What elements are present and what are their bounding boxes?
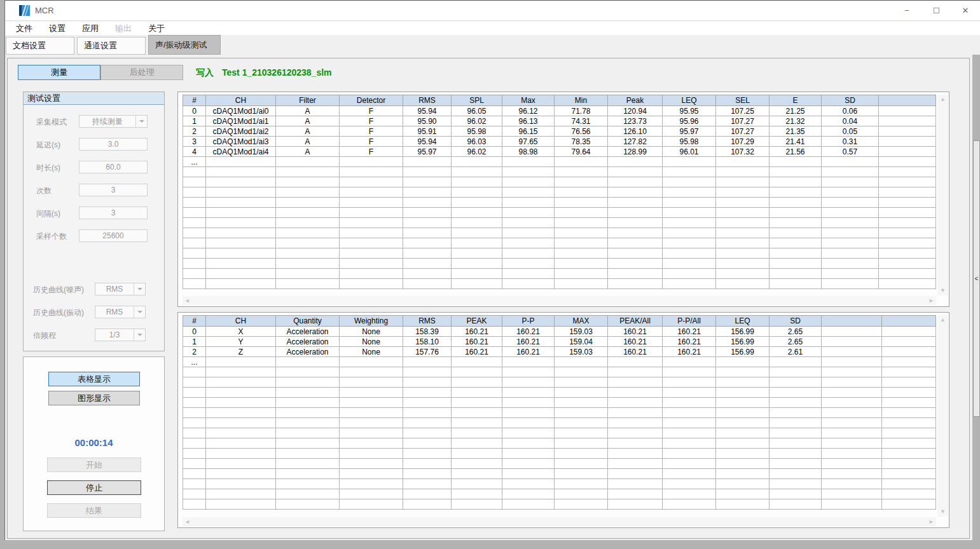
table-cell xyxy=(716,357,770,367)
table-cell xyxy=(403,388,452,398)
table-cell xyxy=(183,377,206,388)
sample-count-input[interactable]: 25600 xyxy=(79,229,148,242)
post-process-tab-button[interactable]: 后处理 xyxy=(100,65,183,80)
menu-application[interactable]: 应用 xyxy=(74,23,107,34)
table-more-row[interactable]: ... xyxy=(183,157,936,167)
tab-sound-vibration-test[interactable]: 声/振动级测试 xyxy=(148,35,221,55)
scroll-right-icon[interactable]: ► xyxy=(927,296,936,306)
table-cell xyxy=(663,438,716,449)
column-header: SPL xyxy=(452,95,502,106)
panel-collapse-handle[interactable]: < xyxy=(973,140,980,417)
table-cell: 78.35 xyxy=(555,137,608,147)
table-row[interactable]: 0XAccelerationNone158.39160.21160.21159.… xyxy=(183,327,936,337)
chevron-down-icon[interactable] xyxy=(135,116,147,127)
table-row[interactable]: 1YAccelerationNone158.10160.21160.21159.… xyxy=(183,337,936,347)
table-cell xyxy=(879,147,936,157)
table-cell xyxy=(663,208,716,218)
table-cell xyxy=(206,499,276,510)
table-display-button[interactable]: 表格显示 xyxy=(48,372,140,386)
measure-tab-button[interactable]: 测量 xyxy=(18,65,100,80)
table-cell xyxy=(882,418,936,428)
delay-input[interactable]: 3.0 xyxy=(79,138,148,151)
scroll-down-icon[interactable]: ▼ xyxy=(938,507,948,517)
table-cell xyxy=(822,327,882,337)
table-cell xyxy=(555,428,608,438)
table-cell xyxy=(879,208,936,218)
duration-input[interactable]: 60.0 xyxy=(79,161,148,173)
maximize-button[interactable] xyxy=(921,1,951,20)
table-cell xyxy=(403,357,452,367)
scroll-left-icon[interactable]: ◄ xyxy=(183,517,192,527)
table-cell xyxy=(206,489,276,499)
table-cell xyxy=(206,167,276,177)
table-cell xyxy=(502,459,555,469)
table-cell xyxy=(502,367,555,377)
scroll-left-icon[interactable]: ◄ xyxy=(183,296,192,306)
table-cell xyxy=(206,208,276,218)
scroll-down-icon[interactable]: ▼ xyxy=(938,286,948,295)
table-cell: 0.31 xyxy=(822,137,879,147)
table-row[interactable]: 2ZAccelerationNone157.76160.21160.21159.… xyxy=(183,347,936,357)
sound-table-vscrollbar[interactable]: ▲ ▼ xyxy=(937,95,948,295)
interval-input[interactable]: 3 xyxy=(79,207,148,219)
acquisition-mode-dropdown[interactable]: 持续测量 xyxy=(79,115,148,128)
chevron-down-icon[interactable] xyxy=(134,329,145,341)
octave-dropdown[interactable]: 1/3 xyxy=(95,329,146,341)
scroll-right-icon[interactable]: ► xyxy=(927,517,936,527)
table-cell xyxy=(663,269,716,279)
result-button[interactable]: 结果 xyxy=(47,503,141,518)
menu-file[interactable]: 文件 xyxy=(8,23,41,34)
start-button[interactable]: 开始 xyxy=(47,458,141,472)
table-cell xyxy=(403,279,452,289)
stop-button[interactable]: 停止 xyxy=(47,480,141,495)
table-cell xyxy=(276,208,340,218)
table-cell xyxy=(716,248,770,259)
sound-table-hscrollbar[interactable]: ◄ ► xyxy=(183,296,936,305)
chevron-down-icon[interactable] xyxy=(134,306,145,318)
table-more-row[interactable]: ... xyxy=(183,357,936,367)
table-row[interactable]: 3cDAQ1Mod1/ai3AF95.9496.0397.6578.35127.… xyxy=(183,137,936,147)
table-cell: 95.91 xyxy=(403,126,452,137)
history-curve-noise-dropdown[interactable]: RMS xyxy=(95,283,146,295)
graph-display-button[interactable]: 图形显示 xyxy=(48,391,140,405)
table-cell: ... xyxy=(183,157,206,167)
table-empty-row xyxy=(183,459,936,469)
table-cell xyxy=(452,459,502,469)
history-curve-vibration-dropdown[interactable]: RMS xyxy=(95,306,146,318)
table-cell xyxy=(663,499,716,510)
table-cell xyxy=(663,479,716,489)
vibration-table-hscrollbar[interactable]: ◄ ► xyxy=(183,517,936,526)
table-cell xyxy=(276,187,340,198)
menu-about[interactable]: 关于 xyxy=(140,23,173,34)
tab-channel-settings[interactable]: 通道设置 xyxy=(77,37,146,55)
tab-document-settings[interactable]: 文档设置 xyxy=(6,37,74,55)
table-row[interactable]: 1cDAQ1Mod1/ai1AF95.9096.0296.1374.31123.… xyxy=(183,116,936,126)
scroll-up-icon[interactable]: ▲ xyxy=(938,315,948,325)
column-header: Quantity xyxy=(276,316,340,327)
table-cell: 96.15 xyxy=(502,126,555,137)
menu-settings[interactable]: 设置 xyxy=(41,23,74,34)
table-cell xyxy=(206,459,276,469)
table-cell xyxy=(403,479,452,489)
table-cell xyxy=(502,177,555,187)
table-cell xyxy=(340,438,403,449)
table-cell xyxy=(663,367,716,377)
table-row[interactable]: 0cDAQ1Mod1/ai0AF95.9496.0596.1271.78120.… xyxy=(183,106,936,116)
times-input[interactable]: 3 xyxy=(79,184,148,196)
minimize-button[interactable]: − xyxy=(892,1,921,20)
close-button[interactable]: ✕ xyxy=(951,1,980,20)
display-control-panel: 表格显示 图形显示 00:00:14 开始 停止 结果 xyxy=(23,356,165,531)
session-file-name: Test 1_210326120238_slm xyxy=(222,67,332,78)
table-cell xyxy=(183,388,206,398)
scroll-up-icon[interactable]: ▲ xyxy=(938,95,948,104)
vibration-table: #CHQuantityWeightingRMSPEAKP-PMAXPEAK/Al… xyxy=(183,315,936,510)
table-row[interactable]: 2cDAQ1Mod1/ai2AF95.9195.9896.1576.56126.… xyxy=(183,126,936,137)
table-cell xyxy=(716,479,770,489)
chevron-down-icon[interactable] xyxy=(134,283,145,295)
table-cell xyxy=(608,479,663,489)
vibration-table-vscrollbar[interactable]: ▲ ▼ xyxy=(937,315,948,517)
table-cell xyxy=(555,408,608,418)
table-row[interactable]: 4cDAQ1Mod1/ai4AF95.9796.0298.9879.64128.… xyxy=(183,147,936,157)
table-cell: 96.02 xyxy=(452,116,502,126)
menu-output[interactable]: 输出 xyxy=(107,23,140,34)
